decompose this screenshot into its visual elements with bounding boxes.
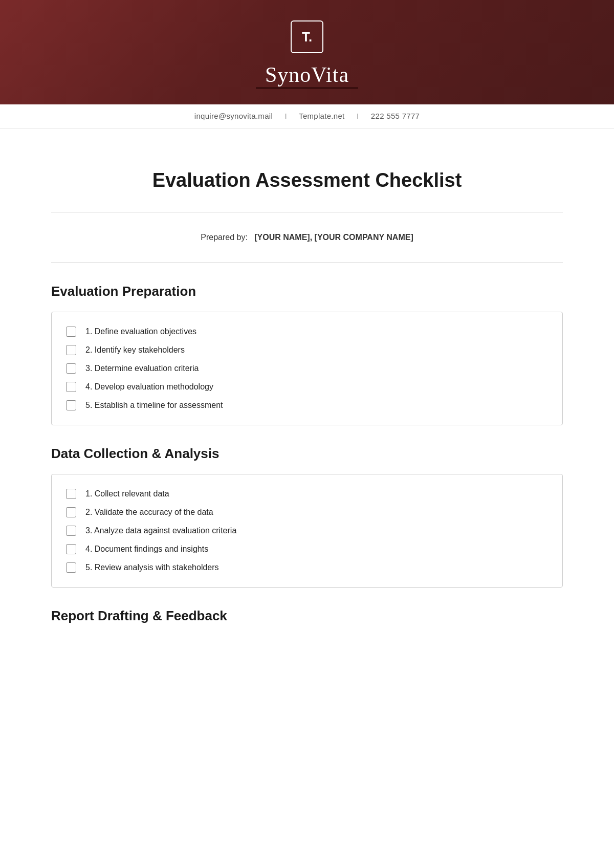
document-title: Evaluation Assessment Checklist	[51, 169, 563, 191]
section-heading-report-drafting: Report Drafting & Feedback	[51, 608, 563, 624]
item-text-1-4: 4. Develop evaluation methodology	[85, 382, 213, 392]
contact-website: Template.net	[299, 112, 344, 120]
main-content: Evaluation Assessment Checklist Prepared…	[0, 128, 614, 667]
logo-box: T.	[291, 20, 323, 53]
item-text-1-2: 2. Identify key stakeholders	[85, 345, 185, 355]
checkbox-2-5[interactable]	[66, 562, 76, 573]
separator-2: I	[352, 112, 363, 120]
checkbox-1-1[interactable]	[66, 327, 76, 337]
contact-phone: 222 555 7777	[371, 112, 420, 120]
checklist-item: 2. Validate the accuracy of the data	[66, 503, 548, 522]
checklist-item: 1. Collect relevant data	[66, 487, 548, 503]
divider-after-title	[51, 212, 563, 212]
divider-after-prepared	[51, 263, 563, 263]
checklist-item: 1. Define evaluation objectives	[66, 324, 548, 341]
item-text-2-5: 5. Review analysis with stakeholders	[85, 563, 219, 572]
item-text-1-1: 1. Define evaluation objectives	[85, 327, 196, 336]
item-text-2-1: 1. Collect relevant data	[85, 489, 169, 498]
checkbox-1-3[interactable]	[66, 363, 76, 374]
checklist-item: 3. Determine evaluation criteria	[66, 359, 548, 378]
checkbox-2-1[interactable]	[66, 489, 76, 499]
item-text-2-4: 4. Document findings and insights	[85, 545, 208, 554]
checkbox-1-4[interactable]	[66, 382, 76, 392]
item-text-1-5: 5. Establish a timeline for assessment	[85, 401, 223, 410]
item-text-2-2: 2. Validate the accuracy of the data	[85, 508, 213, 517]
checkbox-1-5[interactable]	[66, 400, 76, 410]
checkbox-2-4[interactable]	[66, 544, 76, 554]
item-text-1-3: 3. Determine evaluation criteria	[85, 364, 199, 373]
checklist-box-data-collection: 1. Collect relevant data 2. Validate the…	[51, 474, 563, 588]
checklist-item: 5. Review analysis with stakeholders	[66, 558, 548, 575]
brand-name: SynoVita	[0, 62, 614, 87]
contact-bar: inquire@synovita.mail I Template.net I 2…	[0, 104, 614, 128]
checkbox-2-3[interactable]	[66, 526, 76, 536]
prepared-by-label: Prepared by:	[201, 233, 248, 242]
prepared-by-section: Prepared by: [YOUR NAME], [YOUR COMPANY …	[51, 228, 563, 247]
checklist-item: 3. Analyze data against evaluation crite…	[66, 522, 548, 540]
checkbox-1-2[interactable]	[66, 345, 76, 355]
checklist-item: 4. Document findings and insights	[66, 540, 548, 558]
prepared-by-value: [YOUR NAME], [YOUR COMPANY NAME]	[254, 233, 413, 242]
checklist-item: 5. Establish a timeline for assessment	[66, 396, 548, 413]
checklist-item: 2. Identify key stakeholders	[66, 341, 548, 359]
contact-email: inquire@synovita.mail	[194, 112, 273, 120]
checklist-item: 4. Develop evaluation methodology	[66, 378, 548, 396]
checkbox-2-2[interactable]	[66, 507, 76, 517]
section-heading-evaluation-preparation: Evaluation Preparation	[51, 284, 563, 299]
logo-icon: T.	[302, 29, 312, 45]
header-accent-bar	[256, 87, 358, 89]
separator-1: I	[280, 112, 292, 120]
page-header: T. SynoVita	[0, 0, 614, 104]
section-heading-data-collection: Data Collection & Analysis	[51, 446, 563, 462]
item-text-2-3: 3. Analyze data against evaluation crite…	[85, 526, 236, 535]
checklist-box-evaluation-preparation: 1. Define evaluation objectives 2. Ident…	[51, 312, 563, 425]
